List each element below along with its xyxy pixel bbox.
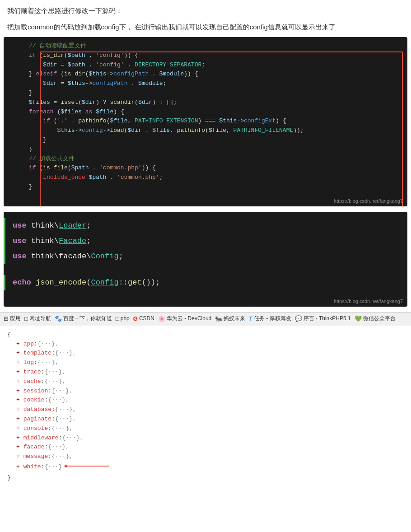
toolbar-task[interactable]: T 任务 - 厚积薄发 [249, 315, 291, 322]
watermark-2: https://blog.csdn.net/fangkang7 [4, 297, 407, 307]
code-line-use3: use think\facade\Config; [13, 249, 398, 264]
intro-line1: 我们顺着这个思路进行修改一下源码： [0, 0, 411, 20]
php-icon: □ [116, 315, 119, 322]
svg-marker-1 [64, 464, 67, 468]
toolbar-thinkphp[interactable]: 💬 序言 · ThinkPHP5.1 [295, 315, 351, 322]
green-bar [4, 249, 5, 264]
json-line-middleware: + middleware: {···}, [7, 434, 404, 443]
json-line-log: + log: {···}, [7, 358, 404, 368]
toolbar-ant[interactable]: 🐜 蚂蚁未来 [215, 315, 245, 322]
huawei-label: 华为云 - DevCloud [167, 315, 211, 322]
code-line-echo: echo json_encode(Config::get()); [13, 275, 398, 290]
toolbar-huawei[interactable]: 🌸 华为云 - DevCloud [158, 315, 211, 322]
green-bar [4, 275, 5, 290]
json-close-brace: } [7, 473, 404, 483]
baidu-label: 百度一下，你就知道 [63, 315, 112, 322]
csdn-icon: G [133, 315, 138, 322]
json-line-session: + session: {···}, [7, 387, 404, 396]
code-content-1: // 自动读取配置文件 if (is_dir($path . 'config')… [4, 37, 407, 196]
task-icon: T [249, 315, 252, 322]
code-line: // 自动读取配置文件 [4, 42, 407, 51]
json-line-facade: + facade: {···}, [7, 443, 404, 452]
toolbar-apps[interactable]: ⊞ 应用 [4, 315, 21, 322]
green-bar [4, 218, 5, 233]
json-output: { + app: {···}, + template: {···}, + log… [0, 325, 411, 487]
browser-toolbar: ⊞ 应用 □ 网址导航 🐾 百度一下，你就知道 □ php G CSDN 🌸 华… [0, 312, 411, 325]
json-line-trace: + trace: {···}, [7, 368, 404, 377]
spacer [13, 264, 398, 275]
json-line-message: + message: {···}, [7, 452, 404, 462]
json-line-white: + white: {···} [7, 462, 404, 473]
php-label: php [121, 315, 130, 322]
task-label: 任务 - 厚积薄发 [254, 315, 291, 322]
apps-icon: ⊞ [4, 315, 9, 322]
ant-label: 蚂蚁未来 [224, 315, 245, 322]
green-bar [4, 233, 5, 249]
toolbar-nav[interactable]: □ 网址导航 [24, 315, 51, 322]
json-line-template: + template: {···}, [7, 349, 404, 358]
json-line-cache: + cache: {···}, [7, 377, 404, 387]
code-block-1: // 自动读取配置文件 if (is_dir($path . 'config')… [4, 37, 407, 206]
code-block-2: use think\Loader; use think\Facade; use … [4, 212, 407, 307]
toolbar-php[interactable]: □ php [116, 315, 130, 322]
json-line-console: + console: {···}, [7, 424, 404, 434]
json-line-app: + app: {···}, [7, 340, 404, 349]
code-line-use2: use think\Facade; [13, 233, 398, 249]
toolbar-csdn[interactable]: G CSDN [133, 315, 154, 322]
red-arrow [64, 462, 118, 473]
json-line-database: + database: {···}, [7, 405, 404, 415]
huawei-icon: 🌸 [158, 315, 165, 322]
thinkphp-label: 序言 · ThinkPHP5.1 [304, 315, 351, 322]
csdn-label: CSDN [139, 315, 154, 322]
json-line-paginate: + paginate: {···}, [7, 415, 404, 424]
code-content-2: use think\Loader; use think\Facade; use … [4, 212, 407, 297]
toolbar-baidu[interactable]: 🐾 百度一下，你就知道 [55, 315, 112, 322]
intro-line2: 把加载common的代码放到加载config下， 在进行输出我们就可以发现自己配… [0, 20, 411, 37]
json-line-cookie: + cookie: {···}, [7, 396, 404, 405]
json-open-brace: { [7, 330, 404, 340]
code-line-use1: use think\Loader; [13, 218, 398, 233]
nav-label: 网址导航 [29, 315, 51, 322]
nav-icon: □ [24, 315, 28, 322]
ant-icon: 🐜 [215, 315, 222, 322]
apps-label: 应用 [10, 315, 21, 322]
wechat-icon: 💚 [355, 315, 362, 322]
toolbar-wechat[interactable]: 💚 微信公众平台 [355, 315, 396, 322]
red-highlight-upper [40, 51, 403, 206]
thinkphp-icon: 💬 [295, 315, 302, 322]
baidu-icon: 🐾 [55, 315, 62, 322]
wechat-label: 微信公众平台 [363, 315, 396, 322]
arrow-svg [64, 462, 118, 470]
